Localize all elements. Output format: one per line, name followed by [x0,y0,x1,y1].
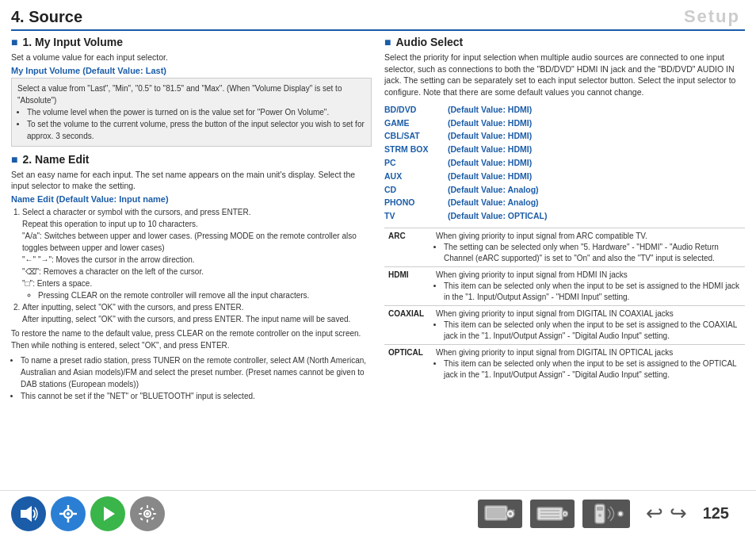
step2-text: After inputting, select "OK" with the cu… [22,315,350,324]
coaxial-label: COAXIAL [384,305,432,344]
footer-icons-right: ↩ ↪ 125 [478,500,729,528]
arc-label: ARC [384,228,432,266]
step2: After inputting, select "OK" with the cu… [22,301,372,325]
gray-box-text: Select a value from "Last", "Min", "0.5"… [17,84,342,105]
svg-point-33 [618,511,623,516]
gray-box-item: To set the volume to the current volume,… [27,118,365,142]
svg-point-32 [598,514,601,517]
arc-desc: When giving priority to input signal fro… [432,228,745,266]
extra-text: To restore the name to the default value… [11,327,372,351]
defaults-list: BD/DVD (Default Value: HDMI) GAME (Defau… [384,103,745,223]
svg-rect-13 [139,513,142,515]
content-area: 4. Source 1. My Input Volume Set a volum… [11,8,745,488]
audio-select-title: Audio Select [384,36,745,48]
svg-rect-0 [21,510,26,518]
connection-icon[interactable] [51,496,86,531]
audio-item-phono: PHONO (Default Value: Analog) [384,196,745,209]
svg-rect-16 [151,507,155,510]
footer-nav: ↩ ↪ [646,501,687,526]
section1-gray-box: Select a value from "Last", "Min", "0.5"… [11,78,372,147]
svg-rect-11 [147,505,148,508]
svg-point-7 [67,512,70,515]
section1-title: 1. My Input Volume [11,36,372,48]
hdmi-label: HDMI [384,266,432,305]
svg-marker-8 [104,507,115,521]
device-icon-1 [478,500,522,528]
section2: 2. Name Edit Set an easy name for each i… [11,153,372,402]
bullet1: To name a preset radio station, press TU… [21,354,372,390]
footer-icons-left [11,496,165,531]
table-row-optical: OPTICAL When giving priority to input si… [384,344,745,383]
svg-rect-17 [140,517,143,520]
left-column: 1. My Input Volume Set a volume value fo… [11,36,372,402]
page-title: 4. Source [11,8,745,31]
gray-box-list: The volume level when the power is turne… [27,106,365,142]
audio-item-cd: CD (Default Value: Analog) [384,183,745,197]
back-arrow[interactable]: ↩ [646,501,663,526]
hdmi-desc: When giving priority to input signal fro… [432,266,745,305]
svg-point-29 [563,512,566,515]
section1-subsection: My Input Volume (Default Value: Last) [11,66,372,75]
table-row-hdmi: HDMI When giving priority to input signa… [384,266,745,305]
gray-box-item: The volume level when the power is turne… [27,106,365,118]
section2-intro: Set an easy name for each input. The set… [11,169,372,192]
svg-rect-14 [153,513,156,515]
step1: Select a character or symbol with the cu… [22,206,372,301]
svg-marker-1 [26,506,32,522]
section2-subsection: Name Edit (Default Value: Input name) [11,194,372,204]
page-number: 125 [703,504,729,523]
audio-item-game: GAME (Default Value: HDMI) [384,117,745,130]
audio-item-strmbox: STRM BOX (Default Value: HDMI) [384,143,745,156]
svg-point-22 [509,512,512,515]
svg-rect-15 [140,507,143,510]
audio-item-bddvd: BD/DVD (Default Value: HDMI) [384,103,745,117]
footer: ↩ ↪ 125 [0,490,756,536]
section2-title: 2. Name Edit [11,153,372,166]
optical-label: OPTICAL [384,344,432,383]
section1-intro: Set a volume value for each input select… [11,52,372,63]
audio-item-pc: PC (Default Value: HDMI) [384,156,745,170]
device-icon-2 [530,500,575,528]
settings-icon[interactable] [130,496,165,531]
audio-item-aux: AUX (Default Value: HDMI) [384,170,745,183]
section2-steps: Select a character or symbol with the cu… [11,206,372,351]
step1-bullet: Pressing CLEAR on the remote controller … [38,289,372,301]
play-icon[interactable] [90,496,125,531]
svg-rect-18 [151,516,155,519]
table-row-arc: ARC When giving priority to input signal… [384,228,745,266]
right-column: Audio Select Select the priority for inp… [384,36,745,402]
forward-arrow[interactable]: ↪ [670,501,687,526]
svg-rect-20 [487,507,506,519]
detail-table: ARC When giving priority to input signal… [384,228,745,383]
svg-rect-31 [597,507,603,511]
audio-select-intro: Select the priority for input selection … [384,52,745,98]
svg-rect-12 [147,519,148,523]
audio-item-cblsat: CBL/SAT (Default Value: HDMI) [384,129,745,143]
section2-bullets: To name a preset radio station, press TU… [11,354,372,402]
device-icon-3 [582,500,630,528]
svg-point-10 [146,512,149,515]
svg-point-23 [512,509,514,511]
volume-icon[interactable] [11,496,46,531]
audio-defaults: BD/DVD (Default Value: HDMI) GAME (Defau… [384,103,745,223]
bullet2: This cannot be set if the "NET" or "BLUE… [21,390,372,402]
coaxial-desc: When giving priority to input signal fro… [432,305,745,344]
audio-item-tv: TV (Default Value: OPTICAL) [384,209,745,223]
table-row-coaxial: COAXIAL When giving priority to input si… [384,305,745,344]
optical-desc: When giving priority to input signal fro… [432,344,745,383]
two-column-layout: 1. My Input Volume Set a volume value fo… [11,36,745,402]
